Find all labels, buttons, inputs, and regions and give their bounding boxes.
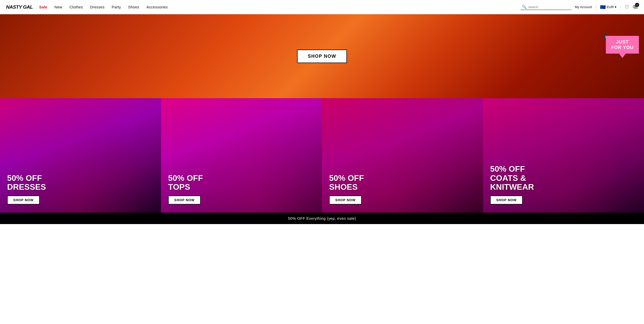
card-title-shoes: 50% OFF SHOES [329, 174, 476, 192]
card-category-shoes: SHOES [329, 182, 358, 192]
card-overlay-coats: 50% OFF COATS &KNITWEAR SHOP NOW [483, 98, 644, 213]
search-icon: 🔍 [522, 5, 527, 9]
currency-label: EUR [607, 5, 613, 9]
nav-link-accessories[interactable]: Accessories [147, 5, 168, 9]
svg-text:NASTY GAL: NASTY GAL [6, 4, 33, 10]
bottom-bar: 50% OFF Everything (yep, even sale) [0, 213, 644, 224]
cart-button[interactable]: 🛍 0 [633, 4, 638, 10]
sale-grid: 50% OFF DRESSES SHOP NOW 50% OFF TOPS SH… [0, 98, 644, 213]
navbar: NASTY GAL Sale New Clothes Dresses Party… [0, 0, 644, 14]
nav-link-clothes[interactable]: Clothes [69, 5, 83, 9]
nav-link-shoes[interactable]: Shoes [128, 5, 139, 9]
card-title-tops: 50% OFF TOPS [168, 174, 315, 192]
flag-icon: 🇪🇺 [600, 4, 606, 10]
search-input[interactable] [528, 5, 569, 9]
nav-link-dresses[interactable]: Dresses [90, 5, 105, 9]
card-category-tops: TOPS [168, 182, 190, 192]
card-shop-btn-dresses[interactable]: SHOP NOW [7, 196, 40, 204]
currency-selector[interactable]: 🇪🇺 EUR ▾ [600, 4, 616, 10]
sale-card-shoes[interactable]: 50% OFF SHOES SHOP NOW [322, 98, 483, 213]
search-bar[interactable]: 🔍 [520, 4, 571, 10]
nav-link-new[interactable]: New [54, 5, 62, 9]
card-overlay-shoes: 50% OFF SHOES SHOP NOW [322, 98, 483, 213]
just-for-you-bubble[interactable]: JUST FOR YOU [606, 36, 639, 58]
my-account-link[interactable]: My Account [575, 5, 592, 9]
sale-card-dresses[interactable]: 50% OFF DRESSES SHOP NOW [0, 98, 161, 213]
card-discount-tops: 50% OFF [168, 173, 203, 183]
card-category-dresses: DRESSES [7, 182, 46, 192]
card-shop-btn-shoes[interactable]: SHOP NOW [329, 196, 362, 204]
hero-shop-now-button[interactable]: SHOP NOW [297, 50, 347, 63]
nav-item-accessories[interactable]: Accessories [147, 5, 168, 9]
just-for-you-label: JUST FOR YOU [611, 39, 634, 50]
chevron-down-icon: ▾ [615, 5, 617, 9]
sale-card-coats[interactable]: 50% OFF COATS &KNITWEAR SHOP NOW [483, 98, 644, 213]
card-discount-dresses: 50% OFF [7, 173, 42, 183]
card-discount-coats: 50% OFF [490, 164, 525, 173]
card-discount-shoes: 50% OFF [329, 173, 364, 183]
hero-banner: SHOP NOW ✕ JUST FOR YOU [0, 14, 644, 98]
divider2: | [620, 5, 621, 9]
card-shop-btn-tops[interactable]: SHOP NOW [168, 196, 201, 204]
nav-link-sale[interactable]: Sale [39, 5, 47, 9]
sale-card-tops[interactable]: 50% OFF TOPS SHOP NOW [161, 98, 322, 213]
card-overlay-tops: 50% OFF TOPS SHOP NOW [161, 98, 322, 213]
nav-right: 🔍 My Account | 🇪🇺 EUR ▾ | ♡ 🛍 0 [520, 4, 638, 10]
nav-link-party[interactable]: Party [112, 5, 121, 9]
nav-item-clothes[interactable]: Clothes [69, 5, 83, 9]
bottom-bar-text: 50% OFF Everything (yep, even sale) [288, 216, 356, 220]
card-shop-btn-coats[interactable]: SHOP NOW [490, 196, 523, 204]
wishlist-button[interactable]: ♡ [625, 4, 629, 10]
card-title-coats: 50% OFF COATS &KNITWEAR [490, 165, 637, 192]
card-overlay-dresses: 50% OFF DRESSES SHOP NOW [0, 98, 161, 213]
nav-item-party[interactable]: Party [112, 5, 121, 9]
nav-item-sale[interactable]: Sale [39, 5, 47, 9]
nav-links: Sale New Clothes Dresses Party Shoes Acc… [39, 5, 520, 9]
nav-item-new[interactable]: New [54, 5, 62, 9]
heart-icon[interactable]: ♡ [625, 4, 629, 10]
nav-item-dresses[interactable]: Dresses [90, 5, 105, 9]
brand-logo[interactable]: NASTY GAL [6, 2, 34, 13]
card-title-dresses: 50% OFF DRESSES [7, 174, 154, 192]
cart-badge: 0 [635, 3, 639, 7]
nav-item-shoes[interactable]: Shoes [128, 5, 139, 9]
divider: | [595, 5, 596, 9]
